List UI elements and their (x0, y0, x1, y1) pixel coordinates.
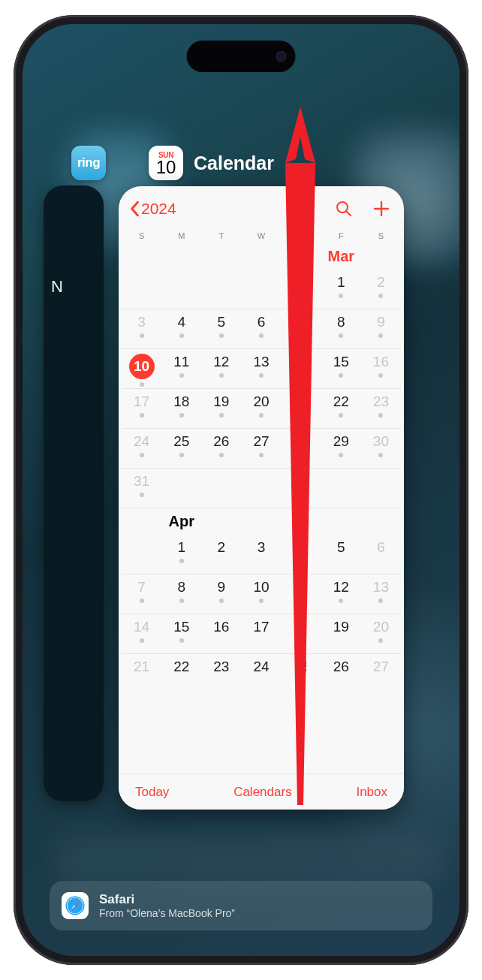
calendar-day-cell[interactable]: 10 (122, 349, 161, 388)
calendar-day-cell[interactable]: 22 (321, 389, 361, 428)
calendar-day-cell[interactable]: 12 (201, 349, 241, 388)
dow-label: F (321, 231, 361, 240)
calendar-day-cell[interactable]: 3 (282, 429, 321, 468)
calendar-day-cell[interactable]: 7 (122, 574, 161, 614)
app-header-calendar: SUN 10 Calendar (149, 146, 274, 180)
inbox-button[interactable]: Inbox (356, 785, 387, 800)
calendar-day-cell[interactable]: 24 (241, 654, 281, 693)
ring-card-edge-text: N (51, 277, 63, 297)
calendar-day-cell[interactable]: 3 (122, 309, 161, 348)
calendar-day-cell[interactable]: 14 (122, 614, 161, 653)
calendar-day-cell[interactable]: 9 (201, 574, 241, 614)
app-switcher[interactable]: N ring SUN 10 Calendar (23, 24, 459, 956)
calendar-day-cell (282, 270, 321, 309)
calendar-day-cell (282, 469, 321, 508)
calendar-day-cell[interactable]: 19 (201, 389, 241, 428)
calendar-day-cell[interactable]: 29 (321, 429, 361, 468)
calendar-app-label: Calendar (194, 152, 274, 174)
calendar-day-cell[interactable]: 13 (241, 349, 281, 388)
calendar-day-cell[interactable]: 19 (321, 614, 361, 653)
day-of-week-row: SMTWTFS (119, 231, 404, 243)
calendar-day-cell[interactable]: 3 (282, 614, 321, 653)
dow-label: M (161, 231, 201, 240)
search-icon[interactable] (335, 200, 353, 218)
calendar-day-cell (321, 469, 361, 508)
calendar-day-cell[interactable]: 2 (201, 535, 241, 574)
calendar-day-cell[interactable]: 25 (161, 429, 201, 468)
calendar-day-cell (361, 469, 401, 508)
calendar-day-cell[interactable]: 5 (201, 309, 241, 348)
calendar-day-cell[interactable]: 6 (361, 535, 401, 574)
calendar-day-cell[interactable]: 1 (161, 535, 201, 574)
calendar-day-cell[interactable]: 6 (241, 309, 281, 348)
dow-label: S (361, 231, 401, 240)
calendar-day-cell[interactable]: 12 (321, 574, 361, 614)
calendar-toolbar: Today Calendars Inbox (119, 773, 404, 810)
today-button[interactable]: Today (135, 785, 169, 800)
calendar-day-cell[interactable]: 26 (321, 654, 361, 693)
ring-app-icon: ring (71, 146, 106, 180)
calendar-day-cell[interactable]: 9 (361, 309, 401, 348)
calendar-day-cell[interactable]: 15 (161, 614, 201, 653)
back-year-button[interactable]: 2024 (129, 200, 176, 218)
calendar-day-cell[interactable]: 22 (161, 654, 201, 693)
calendar-day-cell[interactable] (282, 574, 321, 614)
calendar-day-cell[interactable]: 30 (361, 429, 401, 468)
calendar-day-cell[interactable]: 27 (241, 429, 281, 468)
add-event-icon[interactable] (372, 200, 390, 218)
calendar-day-cell[interactable] (282, 389, 321, 428)
calendar-day-cell[interactable]: 15 (321, 349, 361, 388)
calendar-day-cell[interactable]: 17 (241, 614, 281, 653)
calendar-day-cell[interactable]: 5 (321, 535, 361, 574)
calendar-day-cell[interactable]: 26 (201, 429, 241, 468)
calendar-day-cell[interactable]: 3 (241, 535, 281, 574)
calendar-day-cell[interactable]: 4 (161, 309, 201, 348)
month-label: Apr (161, 508, 201, 535)
dow-label: T (201, 231, 241, 240)
calendar-day-cell (161, 270, 201, 309)
calendar-app-icon: SUN 10 (149, 146, 183, 180)
calendar-day-cell[interactable]: 13 (361, 574, 401, 614)
calendar-day-cell (241, 270, 281, 309)
calendar-day-cell (201, 270, 241, 309)
calendar-day-cell[interactable]: 1 (321, 270, 361, 309)
calendar-day-cell (161, 469, 201, 508)
calendar-day-cell[interactable]: 31 (122, 469, 161, 508)
app-card-calendar[interactable]: 2024 SMTWTFS Mar12 (119, 186, 404, 810)
calendar-day-cell[interactable]: 16 (361, 349, 401, 388)
chevron-left-icon (129, 201, 140, 217)
calendar-day-cell (122, 270, 161, 309)
calendar-nav-bar: 2024 (119, 186, 404, 231)
calendar-day-cell[interactable]: 10 (241, 574, 281, 614)
app-header-ring: ring (71, 146, 106, 180)
calendar-day-cell[interactable]: 20 (241, 389, 281, 428)
calendar-day-cell[interactable] (282, 349, 321, 388)
calendar-day-cell[interactable]: 11 (161, 349, 201, 388)
list-view-icon[interactable] (297, 200, 315, 218)
calendar-day-cell[interactable]: 17 (122, 389, 161, 428)
calendar-day-cell[interactable]: 24 (122, 429, 161, 468)
calendar-day-cell[interactable]: 21 (122, 654, 161, 693)
calendar-day-cell[interactable]: 8 (321, 309, 361, 348)
calendar-day-cell[interactable]: 18 (161, 389, 201, 428)
calendar-day-cell[interactable] (282, 535, 321, 574)
calendar-day-cell[interactable] (282, 309, 321, 348)
calendar-day-cell[interactable]: 23 (361, 389, 401, 428)
calendar-day-cell[interactable]: 16 (201, 614, 241, 653)
calendar-day-cell[interactable]: 23 (201, 654, 241, 693)
safari-icon (62, 892, 89, 919)
app-card-ring[interactable]: N (44, 185, 104, 801)
calendar-day-cell (122, 535, 161, 574)
calendar-day-cell[interactable]: 27 (361, 654, 401, 693)
calendar-months[interactable]: Mar1234568910111213151617181920222324252… (119, 243, 404, 693)
calendars-button[interactable]: Calendars (233, 785, 292, 800)
calendar-day-cell[interactable]: 20 (361, 614, 401, 653)
handoff-banner[interactable]: Safari From “Olena’s MacBook Pro” (50, 881, 432, 930)
handoff-subtitle: From “Olena’s MacBook Pro” (99, 907, 235, 920)
calendar-day-cell[interactable]: 8 (161, 574, 201, 614)
calendar-day-cell[interactable]: 25 (282, 654, 321, 693)
handoff-title: Safari (99, 892, 235, 907)
calendar-day-cell[interactable]: 2 (361, 270, 401, 309)
dow-label: T (282, 231, 321, 240)
screen: N ring SUN 10 Calendar (23, 24, 459, 956)
